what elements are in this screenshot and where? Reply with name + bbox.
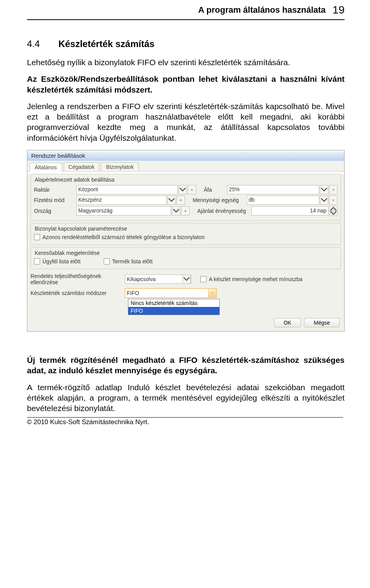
checkbox-ugyfel-label: Ügyfél lista előtt xyxy=(42,258,81,265)
dropdown-list: Nincs készletérték számítás FIFO xyxy=(128,299,220,315)
dropdown-button[interactable] xyxy=(167,195,176,205)
checkbox-termek-label: Termék lista előtt xyxy=(112,258,153,265)
group-defaults: Alapértelmezett adatok beállítása Raktár… xyxy=(30,174,341,221)
chevron-down-icon[interactable] xyxy=(208,289,216,297)
checkbox-gongyoles[interactable] xyxy=(34,234,40,240)
chevron-down-icon[interactable] xyxy=(182,275,191,284)
label-keszletertek: Készletérték számítási módszer xyxy=(30,290,125,296)
page-number: 19 xyxy=(333,4,345,16)
footer-text: © 2010 Kulcs-Soft Számítástechnika Nyrt. xyxy=(27,418,343,426)
checkbox-gongyoles-label: Azonos rendeléstételből származó tételek… xyxy=(42,234,205,240)
settings-window: Rendszer beállítások Általános Cégadatok… xyxy=(27,150,345,332)
tab-general[interactable]: Általános xyxy=(30,163,62,172)
label-fizmod: Fizetési mód xyxy=(34,197,76,203)
dropdown-button[interactable] xyxy=(320,195,328,205)
label-ajanlat: Ajánlat érvényesség xyxy=(197,208,251,214)
section-title: Készletérték számítás xyxy=(58,39,154,49)
dropdown-button[interactable] xyxy=(172,206,180,216)
label-rendeles: Rendelés teljesíthetőségének ellenőrzése xyxy=(30,273,125,285)
select-rendeles[interactable]: Kikapcsolva xyxy=(125,275,191,284)
footer-rule xyxy=(27,417,343,418)
clear-button[interactable]: × xyxy=(329,195,338,205)
paragraph-1: Lehetőség nyílik a bizonylatok FIFO elv … xyxy=(27,57,345,67)
checkbox-termek[interactable] xyxy=(104,258,110,265)
group-bizonylat-title: Bizonylat kapcsolatok paraméterezése xyxy=(35,226,338,232)
clear-button[interactable]: × xyxy=(188,185,196,194)
paragraph-3: Jelenleg a rendszerben a FIFO elv szerin… xyxy=(27,101,345,143)
paragraph-4: Új termék rögzítésénél megadható a FIFO … xyxy=(27,355,345,376)
label-afa: Áfa xyxy=(204,187,227,193)
paragraph-2: Az Eszközök/Rendszerbeállítások pontban … xyxy=(27,74,345,95)
input-ajanlat[interactable]: 14 nap xyxy=(251,206,328,216)
label-raktar: Raktár xyxy=(34,187,76,193)
checkbox-minusz-label: A készlet mennyisége mehet mínuszba xyxy=(209,276,303,282)
checkbox-ugyfel[interactable] xyxy=(34,258,40,265)
tabstrip: Általános Cégadatok Bizonylatok xyxy=(27,161,344,172)
clear-button[interactable]: × xyxy=(177,195,185,205)
clear-button[interactable]: × xyxy=(329,185,338,194)
group-defaults-title: Alapértelmezett adatok beállítása xyxy=(35,177,338,183)
paragraph-5: A termék-rögzítő adatlap Induló készlet … xyxy=(27,382,345,414)
checkbox-minusz[interactable] xyxy=(200,276,207,282)
clear-button[interactable]: × xyxy=(181,206,190,216)
group-kereso: Keresőablak megjelenítése Ügyfél lista e… xyxy=(30,247,341,269)
select-keszletertek[interactable]: FIFO xyxy=(125,288,217,298)
select-rendeles-value: Kikapcsolva xyxy=(125,276,182,282)
input-orszag[interactable]: Magyarország xyxy=(76,206,171,216)
dropdown-option-none[interactable]: Nincs készletérték számítás xyxy=(128,299,219,307)
input-raktar[interactable]: Központ xyxy=(76,185,178,194)
label-orszag: Ország xyxy=(34,208,76,214)
dropdown-button[interactable] xyxy=(320,185,328,194)
tab-company[interactable]: Cégadatok xyxy=(64,162,100,171)
window-title: Rendszer beállítások xyxy=(27,150,344,161)
input-fizmod[interactable]: Készpénz xyxy=(76,195,166,205)
tab-documents[interactable]: Bizonylatok xyxy=(101,162,139,171)
spin-down-button[interactable] xyxy=(329,211,338,216)
ok-button[interactable]: OK xyxy=(274,318,301,327)
input-menny[interactable]: db xyxy=(247,195,319,205)
header-rule xyxy=(27,19,345,20)
running-title: A program általános használata xyxy=(198,5,326,15)
section-number: 4.4 xyxy=(27,39,40,49)
dropdown-button[interactable] xyxy=(178,185,187,194)
dropdown-option-fifo[interactable]: FIFO xyxy=(128,307,219,315)
cancel-button[interactable]: Mégse xyxy=(304,318,340,327)
label-menny: Mennyiségi egység xyxy=(193,197,247,203)
group-bizonylat: Bizonylat kapcsolatok paraméterezése Azo… xyxy=(30,223,341,245)
input-afa[interactable]: 25% xyxy=(227,185,319,194)
group-kereso-title: Keresőablak megjelenítése xyxy=(35,250,338,256)
select-keszletertek-value: FIFO xyxy=(125,290,208,296)
